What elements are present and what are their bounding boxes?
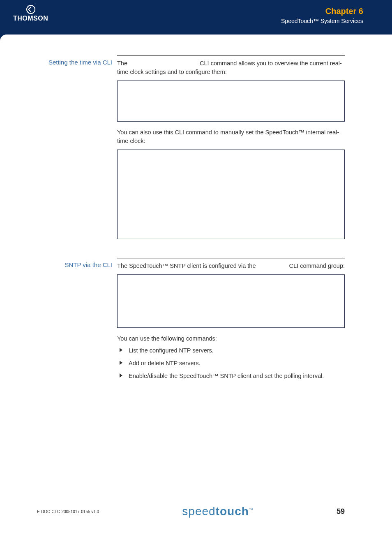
sntp-paragraph-1: The SpeedTouch™ SNTP client is configure… <box>117 262 345 270</box>
section-title-sntp: SNTP via the CLI <box>37 258 117 268</box>
set-time-paragraph-1: The CLI command allows you to overview t… <box>117 59 345 76</box>
section-setting-time: Setting the time via CLI The CLI command… <box>37 55 345 246</box>
set-time-paragraph-2: You can also use this CLI command to man… <box>117 128 345 145</box>
code-box <box>117 274 345 328</box>
list-item: Add or delete NTP servers. <box>117 359 345 368</box>
triangle-icon <box>120 373 122 378</box>
section-sntp: SNTP via the CLI The SpeedTouch™ SNTP cl… <box>37 258 345 385</box>
text-fragment: CLI command group: <box>289 262 345 270</box>
section-rule <box>117 258 345 258</box>
brand-tm: ™ <box>249 507 254 512</box>
product-brand: speedtouch™ <box>182 505 254 518</box>
brand-logo-icon <box>26 5 35 14</box>
page-footer: E-DOC-CTC-20051017-0155 v1.0 speedtouch™… <box>0 505 392 518</box>
brand-bold: touch <box>216 505 249 518</box>
list-item-desc: Enable/disable the SpeedTouch™ SNTP clie… <box>129 372 345 380</box>
section-rule <box>117 55 345 56</box>
command-list: List the configured NTP servers. Add or … <box>117 346 345 380</box>
list-item: List the configured NTP servers. <box>117 346 345 355</box>
brand-thin: speed <box>182 505 215 518</box>
chapter-label: Chapter 6 <box>281 7 363 16</box>
page-number: 59 <box>337 507 345 516</box>
section-title-setting-time: Setting the time via CLI <box>37 55 117 66</box>
code-box <box>117 81 345 122</box>
brand-logo: THOMSON <box>13 5 48 22</box>
list-item-desc: Add or delete NTP servers. <box>129 359 345 368</box>
triangle-icon <box>120 361 122 365</box>
text-fragment: The SpeedTouch™ SNTP client is configure… <box>117 262 256 270</box>
header-bar: THOMSON Chapter 6 SpeedTouch™ System Ser… <box>0 0 392 35</box>
brand-logo-text: THOMSON <box>13 15 48 22</box>
sntp-list-intro: You can use the following commands: <box>117 334 345 343</box>
section-body-sntp: The SpeedTouch™ SNTP client is configure… <box>117 258 345 385</box>
section-body-setting-time: The CLI command allows you to overview t… <box>117 55 345 246</box>
content-area: Setting the time via CLI The CLI command… <box>0 55 392 385</box>
document-id: E-DOC-CTC-20051017-0155 v1.0 <box>37 509 99 514</box>
list-item-desc: List the configured NTP servers. <box>129 346 345 355</box>
header-titles: Chapter 6 SpeedTouch™ System Services <box>281 7 363 24</box>
text-fragment: CLI command allows you to overview the c… <box>117 60 342 75</box>
list-item: Enable/disable the SpeedTouch™ SNTP clie… <box>117 372 345 380</box>
corner-decoration <box>0 35 7 41</box>
text-fragment: The <box>117 60 129 67</box>
chapter-subtitle: SpeedTouch™ System Services <box>281 18 363 24</box>
code-box <box>117 150 345 239</box>
triangle-icon <box>120 348 122 352</box>
